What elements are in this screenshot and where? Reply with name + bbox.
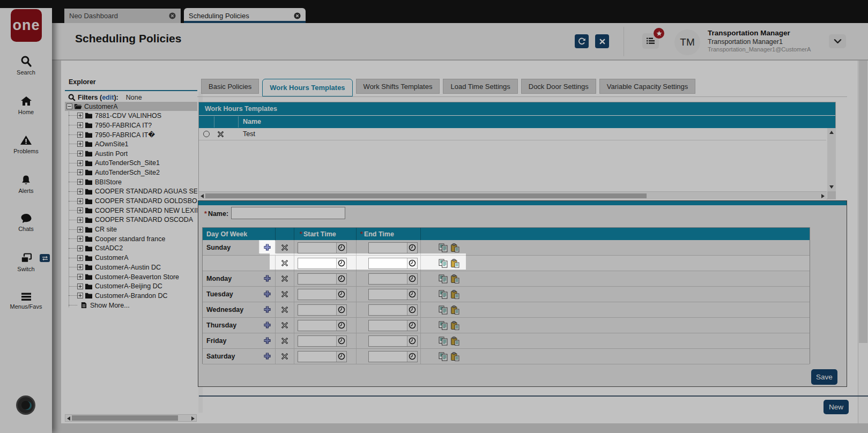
tree-item-7950-fabrica-it[interactable]: 7950-FABRICA IT� (65, 130, 197, 139)
delete-row-scissors-icon[interactable] (281, 275, 288, 282)
add-row-plus-icon[interactable] (264, 275, 271, 282)
table-horizontal-scrollbar-thumb[interactable] (205, 193, 647, 198)
end-time-field[interactable] (369, 275, 407, 282)
save-button[interactable]: Save (811, 369, 837, 385)
user-avatar[interactable]: TM (674, 29, 700, 55)
tree-item-autotendersch-site2[interactable]: AutoTenderSch_Site2 (65, 168, 197, 177)
scroll-up-arrow[interactable] (829, 131, 834, 134)
expand-icon[interactable] (77, 217, 83, 223)
tab-work-hours-templates[interactable]: Work Hours Templates (262, 79, 352, 96)
delete-row-scissors-icon[interactable] (281, 353, 288, 360)
tab-load-time-settings[interactable]: Load Time Settings (443, 79, 517, 94)
expand-icon[interactable] (77, 141, 83, 147)
tree-item-cstadc2[interactable]: CstADC2 (65, 244, 197, 253)
tree-item-7881-cdv-valinhos[interactable]: 7881-CDV VALINHOS (65, 111, 197, 121)
expand-icon[interactable] (77, 189, 83, 195)
sidebar-item-alerts[interactable]: Alerts (0, 174, 52, 206)
time-picker-button[interactable] (407, 258, 417, 268)
time-picker-button[interactable] (407, 352, 417, 362)
tree-item-customera-beaverton-store[interactable]: CustomerA-Beaverton Store (65, 272, 197, 282)
user-menu-chevron-button[interactable] (829, 34, 846, 48)
tree-item-cooper-standard-france[interactable]: Cooper standard france (65, 234, 197, 244)
table-horizontal-scrollbar[interactable] (199, 191, 827, 199)
expand-icon[interactable] (77, 198, 83, 204)
tree-item-cr-site[interactable]: CR site (65, 225, 197, 234)
scroll-right-arrow[interactable] (821, 194, 825, 198)
sidebar-item-home[interactable]: Home (0, 95, 52, 127)
add-row-plus-icon[interactable] (264, 322, 271, 329)
start-time-field[interactable] (298, 322, 336, 329)
time-picker-button[interactable] (336, 289, 346, 300)
time-picker-button[interactable] (336, 336, 346, 346)
tab-basic-policies[interactable]: Basic Policies (201, 79, 259, 94)
delete-row-scissors-icon[interactable] (217, 131, 224, 138)
collapse-icon[interactable] (66, 103, 72, 109)
expand-icon[interactable] (77, 151, 83, 156)
expand-icon[interactable] (77, 283, 83, 289)
end-time-field[interactable] (369, 338, 407, 344)
add-row-plus-icon[interactable] (264, 353, 271, 360)
expand-icon[interactable] (77, 169, 83, 175)
template-name-input[interactable] (231, 207, 345, 219)
start-time-field[interactable] (298, 338, 336, 344)
tree-root-customera[interactable]: CustomerA (65, 102, 197, 111)
end-time-input[interactable] (368, 335, 418, 347)
close-tab-icon[interactable] (294, 12, 301, 19)
tree-item-customera-beijing-dc[interactable]: CustomerA-Beijing DC (65, 281, 197, 291)
start-time-input[interactable] (298, 273, 347, 285)
time-picker-button[interactable] (407, 320, 417, 331)
delete-row-scissors-icon[interactable] (281, 322, 288, 329)
close-tab-icon[interactable] (169, 12, 176, 19)
one-logo[interactable]: one (11, 9, 42, 42)
tree-item-cooper-standard-oscoda[interactable]: COOPER STANDARD OSCODA (65, 215, 197, 225)
tree-item-austin-port[interactable]: Austin Port (65, 149, 197, 159)
delete-row-scissors-icon[interactable] (281, 290, 288, 298)
time-picker-button[interactable] (407, 305, 417, 315)
row-radio-button[interactable] (203, 131, 210, 137)
new-button[interactable]: New (824, 400, 849, 414)
copy-icon[interactable] (439, 243, 448, 252)
end-time-field[interactable] (369, 322, 407, 329)
refresh-button[interactable] (575, 34, 589, 48)
delete-row-scissors-icon[interactable] (281, 259, 288, 267)
switch-toggle-badge[interactable] (40, 254, 50, 262)
expand-icon[interactable] (77, 227, 83, 233)
tree-item-aownsite1[interactable]: AOwnSite1 (65, 139, 197, 149)
time-picker-button[interactable] (336, 305, 346, 315)
add-row-plus-icon[interactable] (264, 337, 271, 344)
end-time-input[interactable] (368, 289, 418, 300)
end-time-input[interactable] (368, 273, 418, 285)
time-picker-button[interactable] (407, 243, 417, 253)
time-picker-button[interactable] (407, 289, 417, 300)
copy-icon[interactable] (439, 321, 448, 330)
expand-icon[interactable] (77, 113, 83, 118)
expand-icon[interactable] (77, 179, 83, 185)
start-time-field[interactable] (298, 275, 336, 282)
tree-item-customera-austin-dc[interactable]: CustomerA-Austin DC (65, 263, 197, 272)
close-page-button[interactable] (595, 34, 609, 48)
delete-row-scissors-icon[interactable] (281, 306, 288, 313)
copy-icon[interactable] (439, 259, 448, 268)
time-picker-button[interactable] (336, 258, 346, 268)
expand-icon[interactable] (77, 207, 83, 213)
expand-icon[interactable] (77, 274, 83, 280)
delete-row-scissors-icon[interactable] (281, 244, 288, 251)
sidebar-item-problems[interactable]: Problems (0, 134, 52, 166)
end-time-input[interactable] (368, 320, 418, 331)
filters-edit-link[interactable]: edit (102, 94, 114, 101)
tree-show-more[interactable]: Show More... (65, 301, 197, 310)
tree-item-cooper-standard-aguas-sealing-3[interactable]: COOPER STANDARD AGUAS SEALING (3 (65, 187, 197, 197)
sidebar-item-menus-favs[interactable]: Menus/Favs (0, 292, 52, 324)
paste-icon[interactable] (450, 337, 459, 346)
start-time-field[interactable] (298, 260, 336, 266)
time-picker-button[interactable] (407, 336, 417, 346)
paste-icon[interactable] (450, 352, 459, 361)
start-time-input[interactable] (298, 320, 347, 331)
end-time-input[interactable] (368, 351, 418, 362)
tree-item-cooper-standard-goldsboro[interactable]: COOPER STANDARD GOLDSBORO (65, 196, 197, 206)
start-time-field[interactable] (298, 307, 336, 313)
add-row-plus-icon[interactable] (264, 244, 271, 251)
start-time-field[interactable] (298, 244, 336, 251)
tree-item-7950-fabrica-it[interactable]: 7950-FABRICA IT? (65, 121, 197, 130)
expand-icon[interactable] (77, 122, 83, 128)
